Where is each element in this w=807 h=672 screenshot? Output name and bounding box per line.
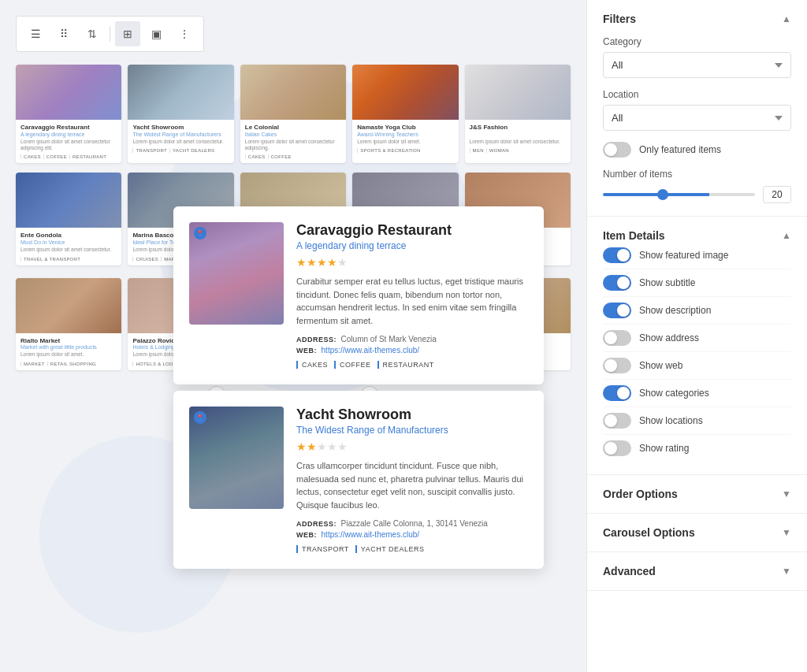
- show-categories-row: Show categories: [603, 380, 791, 407]
- detail-card-2[interactable]: 📍 Yacht Showroom The Widest Range of Man…: [173, 391, 544, 569]
- card-text: Lorem ipsum dolor sit amet.: [20, 351, 117, 358]
- tag: RETAIL SHOPPING: [47, 362, 96, 366]
- detail-card-image: 📍: [189, 407, 284, 509]
- detail-tag: COFFEE: [334, 361, 371, 369]
- detail-tag: CAKES: [296, 361, 328, 369]
- toggle-track: [603, 358, 631, 373]
- star-rating: ★★★★★: [296, 256, 528, 269]
- tag: CAKES: [20, 154, 41, 159]
- grid-card[interactable]: Namaste Yoga Club Award-Winning Teachers…: [352, 65, 458, 163]
- tag: MEN: [470, 148, 484, 153]
- filters-section: Filters ▲ Category All Restaurant Transp…: [587, 0, 807, 217]
- only-featured-toggle[interactable]: [603, 142, 631, 158]
- show-address-label: Show address: [639, 332, 699, 343]
- detail-card-description: Cras ullamcorper tincidunt tincidunt. Fu…: [296, 459, 528, 511]
- card-tags: TRAVEL & TRANSPORT: [20, 257, 117, 262]
- toggle-thumb: [617, 249, 630, 262]
- card-title: Yacht Showroom: [132, 124, 229, 132]
- items-slider[interactable]: [603, 193, 755, 196]
- show-web-label: Show web: [639, 360, 682, 371]
- web-label: WEB:: [296, 347, 317, 355]
- show-address-toggle[interactable]: [603, 330, 631, 346]
- detail-card-tags: CAKES COFFEE RESTAURANT: [296, 361, 528, 369]
- carousel-options-title: Carousel Options: [603, 526, 695, 539]
- show-rating-toggle[interactable]: [603, 440, 631, 456]
- more-options-button[interactable]: ⋮: [172, 21, 197, 46]
- show-description-label: Show description: [639, 305, 711, 316]
- item-details-header[interactable]: Item Details ▲: [603, 229, 791, 242]
- card-subtitle: The Widest Range of Manufacturers: [132, 132, 229, 137]
- grid-card[interactable]: Le Colonial Italian Cakes Lorem ipsum do…: [240, 65, 346, 163]
- show-subtitle-toggle[interactable]: [603, 275, 631, 291]
- grid-card[interactable]: Ente Gondola Must Do in Venice Lorem ips…: [16, 173, 121, 265]
- show-locations-row: Show locations: [603, 407, 791, 435]
- advanced-chevron-icon: ▼: [782, 566, 791, 577]
- card-subtitle: A legendary dining terrace: [20, 132, 117, 137]
- tag: YACHT DEALERS: [169, 148, 214, 153]
- card-text: Lorem ipsum dolor sit amet consectetur.: [470, 139, 566, 145]
- show-rating-row: Show rating: [603, 435, 791, 462]
- grid-row-1: Caravaggio Restaurant A legendary dining…: [16, 65, 571, 163]
- address-label: ADDRESS:: [296, 336, 337, 343]
- show-categories-toggle[interactable]: [603, 385, 631, 401]
- detail-tag: RESTAURANT: [377, 361, 434, 369]
- toggle-thumb: [604, 143, 617, 156]
- tag: CRUISES: [132, 257, 158, 262]
- toggle-track: [603, 413, 631, 429]
- card-tags: SPORTS & RECREATION: [357, 148, 453, 153]
- card-view-button[interactable]: ▣: [143, 21, 169, 46]
- detail-card-1[interactable]: 📍 Caravaggio Restaurant A legendary dini…: [173, 206, 544, 384]
- card-tags: TRANSPORT YACHT DEALERS: [132, 148, 229, 153]
- show-locations-toggle[interactable]: [603, 413, 631, 429]
- toggle-thumb: [617, 304, 630, 317]
- grid-card[interactable]: Caravaggio Restaurant A legendary dining…: [16, 65, 121, 163]
- list-view-button[interactable]: ☰: [23, 21, 48, 46]
- card-subtitle: [470, 132, 566, 137]
- grid-view-button[interactable]: ⊞: [115, 21, 140, 46]
- grid-card[interactable]: Rialto Market Market with great little p…: [16, 278, 121, 370]
- show-categories-label: Show categories: [639, 388, 709, 399]
- detail-cards-overlay: 📍 Caravaggio Restaurant A legendary dini…: [173, 206, 544, 575]
- toggle-thumb: [617, 387, 630, 399]
- number-of-items-label: Number of items: [603, 169, 791, 180]
- grid-card[interactable]: Yacht Showroom The Widest Range of Manuf…: [128, 65, 233, 163]
- tag: COFFEE: [43, 154, 67, 159]
- detail-card-content: Caravaggio Restaurant A legendary dining…: [296, 222, 528, 369]
- order-options-section: Order Options ▼: [587, 475, 807, 514]
- tag: TRAVEL & TRANSPORT: [20, 257, 80, 262]
- card-text: Lorem ipsum dolor sit amet consectetur a…: [20, 139, 117, 152]
- location-select[interactable]: All Venice Milan Rome: [603, 105, 791, 131]
- card-text: Lorem ipsum dolor sit amet.: [357, 139, 453, 145]
- advanced-section: Advanced ▼: [587, 552, 807, 591]
- card-title: Rialto Market: [20, 337, 117, 345]
- content-area: Caravaggio Restaurant A legendary dining…: [16, 65, 571, 405]
- toggle-track: [603, 247, 631, 263]
- grid-dots-button[interactable]: ⠿: [51, 21, 76, 46]
- grid-card[interactable]: J&S Fashion Lorem ipsum dolor sit amet c…: [465, 65, 571, 163]
- toggle-track: [603, 385, 631, 401]
- show-featured-image-toggle[interactable]: [603, 247, 631, 263]
- card-title: J&S Fashion: [470, 124, 566, 132]
- carousel-options-chevron-icon: ▼: [782, 527, 791, 538]
- filters-header[interactable]: Filters ▲: [603, 13, 791, 25]
- sidebar: Filters ▲ Category All Restaurant Transp…: [586, 0, 807, 672]
- carousel-options-header[interactable]: Carousel Options ▼: [603, 526, 791, 539]
- toggle-thumb: [604, 414, 617, 427]
- card-text: Lorem ipsum dolor sit amet consectetur.: [132, 139, 229, 145]
- card-image: [16, 278, 121, 333]
- show-description-toggle[interactable]: [603, 303, 631, 318]
- web-link[interactable]: https://www.ait-themes.club/: [322, 530, 420, 539]
- items-value-input[interactable]: [763, 186, 791, 203]
- tag: TRANSPORT: [132, 148, 167, 153]
- advanced-header[interactable]: Advanced ▼: [603, 565, 791, 577]
- category-select[interactable]: All Restaurant Transport Fashion Sports: [603, 52, 791, 78]
- tag: RESTAURANT: [69, 154, 106, 159]
- order-options-header[interactable]: Order Options ▼: [603, 488, 791, 500]
- toolbar: ☰ ⠿ ⇅ ⊞ ▣ ⋮: [16, 16, 204, 52]
- web-link[interactable]: https://www.ait-themes.club/: [322, 346, 420, 355]
- sort-button[interactable]: ⇅: [80, 21, 105, 46]
- show-web-toggle[interactable]: [603, 358, 631, 373]
- location-label: Location: [603, 89, 791, 100]
- advanced-title: Advanced: [603, 565, 656, 577]
- detail-tag: YACHT DEALERS: [355, 545, 425, 553]
